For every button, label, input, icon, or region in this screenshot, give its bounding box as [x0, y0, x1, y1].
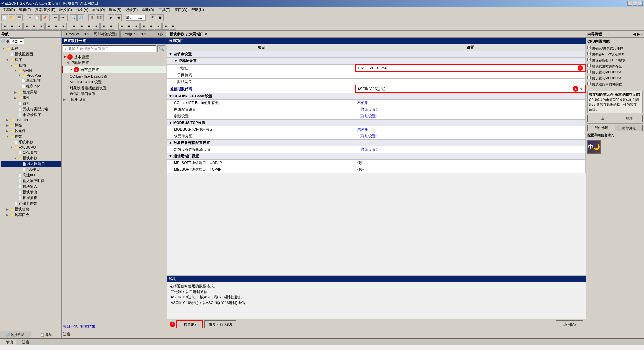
checkbox-3[interactable]	[587, 58, 591, 61]
checkbox-5[interactable]	[587, 70, 591, 73]
connect-tab[interactable]: 🔗 连接目标	[0, 331, 31, 338]
tree-item-program[interactable]: ▼ 📁 程序	[1, 57, 61, 63]
st-self-node[interactable]: ✔ 2 自节点设置	[62, 66, 166, 73]
tab-progpou-label[interactable]: ProgPou [PRG] [周部标签设置]	[63, 31, 120, 37]
tree-item-project[interactable]: ▼ 📁 工程	[1, 46, 61, 51]
tb2-btn3[interactable]: ■	[16, 23, 23, 30]
menu-tools[interactable]: 工具(T)	[156, 7, 172, 13]
menu-online[interactable]: 在线(O)	[90, 7, 107, 13]
st-device-connect[interactable]: 对象设备连接配置设置	[62, 85, 166, 91]
close-btn[interactable]: ×	[638, 1, 643, 6]
tb2-btn11[interactable]: ■	[78, 23, 85, 30]
tree-item-module-config[interactable]: 📄 模块配置图	[1, 51, 61, 57]
tb2-btn18[interactable]: ■	[133, 23, 140, 30]
tb-replace[interactable]: 🔄	[77, 14, 84, 21]
checkbox-1[interactable]	[587, 46, 591, 49]
tree-item-fbfun[interactable]: ▶ 📁 FB/FUN	[1, 118, 61, 122]
tb2-btn4[interactable]: ■	[23, 23, 30, 30]
progress-tab[interactable]: □ 进度	[16, 339, 33, 345]
menu-convert[interactable]: 转换(C)	[57, 7, 74, 13]
tree-item-devices[interactable]: ▶ 📁 软元件	[1, 128, 61, 134]
tb2-btn17[interactable]: ■	[126, 23, 132, 30]
checkbox-7[interactable]	[587, 82, 591, 85]
maximize-btn[interactable]: □	[633, 1, 637, 6]
menu-search[interactable]: 搜索/替换(F)	[33, 7, 57, 13]
tb-compile[interactable]: ⚙	[88, 14, 95, 21]
tb2-btn1[interactable]: ■	[1, 23, 8, 30]
tree-item-scan[interactable]: ▼ 📁 扫描	[1, 63, 61, 68]
tb2-btn12[interactable]: ■	[86, 23, 92, 30]
st-ip-settings[interactable]: ▼ IP地址设置	[62, 60, 166, 66]
tb2-btn6[interactable]: ■	[38, 23, 45, 30]
apply-btn[interactable]: 应用(A)	[556, 320, 583, 328]
nav-icon2[interactable]: ⚙	[6, 39, 9, 44]
tb-redo[interactable]: ↪	[59, 14, 66, 21]
st-app-settings[interactable]: ▶ 应用设置	[62, 97, 166, 102]
tb2-btn20[interactable]: ■	[148, 23, 154, 30]
tb2-btn9[interactable]: ■	[60, 23, 67, 30]
tree-item-unregistered[interactable]: 📄 未登录程序	[1, 112, 61, 118]
tree-item-fixed-period[interactable]: ▶ 📁 恒定周期	[1, 89, 61, 95]
select-btn[interactable]: 一选	[587, 115, 614, 122]
tree-item-module-info[interactable]: ▶ 📁 模块信息	[1, 206, 61, 212]
st-modbus[interactable]: MODBUS/TCP设置	[62, 79, 166, 85]
tb2-btn23[interactable]: ■	[170, 23, 176, 30]
dropdown-arrow[interactable]: ▼	[580, 87, 583, 91]
menu-project[interactable]: 工程(P)	[1, 7, 17, 13]
item-list-link[interactable]: 项目一览	[63, 324, 78, 329]
tb2-btn5[interactable]: ■	[31, 23, 37, 30]
tb2-btn16[interactable]: ■	[118, 23, 125, 30]
guide-nav-tab[interactable]: 📋 导航	[31, 331, 62, 338]
restore-btn[interactable]: 恢复为默认(U)	[204, 320, 236, 328]
tree-item-ext-board[interactable]: 📄 扩展插板	[1, 195, 61, 201]
tree-item-cpu-params[interactable]: 📄 CPU参数	[1, 150, 61, 155]
tree-item-main[interactable]: ▼ 📁 MAIN	[1, 68, 61, 73]
tree-item-no-exec[interactable]: 📄 无执行类型指定	[1, 106, 61, 112]
tb-write[interactable]: ▶	[108, 14, 114, 21]
st-basic-settings[interactable]: ▼ 1 基本设置	[62, 54, 166, 60]
guide-controls[interactable]: ◀ ▶ ×	[633, 32, 643, 36]
menu-diag[interactable]: 诊断(D)	[140, 7, 156, 13]
nav-filter-dropdown[interactable]: 全部	[10, 38, 24, 44]
tree-item-module-params[interactable]: ▼ 📁 模块参数	[1, 155, 61, 161]
checkbox-2[interactable]	[587, 52, 591, 55]
tree-item-sys-params[interactable]: 📄 系统参数	[1, 139, 61, 145]
tree-item-program-body[interactable]: 📄 程序本体	[1, 83, 61, 89]
tree-item-ethernet[interactable]: 📄 以太网端口	[1, 161, 61, 167]
tb-monitor[interactable]: 👁	[150, 14, 156, 21]
tree-item-input-response[interactable]: 📄 输入响应时间	[1, 178, 61, 184]
tree-item-event[interactable]: ▶ 📁 事件	[1, 95, 61, 101]
output-tab[interactable]: □ 输出	[0, 339, 16, 345]
parts-select-tab[interactable]: 部件选择	[587, 125, 615, 131]
tree-item-local-label[interactable]: 📄 局部标签	[1, 78, 61, 83]
checkbox-4[interactable]	[587, 64, 591, 67]
check-btn[interactable]: 检查(K)	[176, 320, 203, 328]
tb-open[interactable]: 📂	[9, 14, 15, 21]
nav-icon1[interactable]: 🔗	[1, 39, 5, 44]
tb-cut[interactable]: ✂	[27, 14, 33, 21]
tb-save[interactable]: 💾	[16, 14, 23, 21]
menu-view[interactable]: 视图(V)	[74, 7, 91, 13]
tb-compile-all[interactable]: ⚙⚙	[96, 14, 104, 21]
guide-flow-tab[interactable]: 向导流程	[615, 125, 643, 131]
tree-item-module-output[interactable]: 📄 模块输出	[1, 189, 61, 195]
tb-copy[interactable]: 📋	[34, 14, 41, 21]
menu-help[interactable]: 帮助(H)	[189, 7, 206, 13]
menu-window[interactable]: 窗口(W)	[172, 7, 190, 13]
tb-new[interactable]: 📄	[1, 14, 8, 21]
st-comm-port[interactable]: 通信用端口设置	[62, 91, 166, 97]
zoom-input[interactable]	[126, 15, 146, 21]
tree-item-params[interactable]: ▼ 📁 参数	[1, 134, 61, 139]
tb2-btn15[interactable]: ■	[108, 23, 114, 30]
tree-item-485[interactable]: 📄 485串口	[1, 167, 61, 172]
tree-item-highspeed-io[interactable]: 📄 高速I/O	[1, 172, 61, 178]
menu-record[interactable]: 记录(R)	[123, 7, 140, 13]
tb-undo[interactable]: ↩	[52, 14, 59, 21]
tree-item-storage-params[interactable]: 📄 存储卡参数	[1, 201, 61, 206]
settings-search-input[interactable]	[63, 45, 156, 52]
tb2-btn10[interactable]: ■	[71, 23, 77, 30]
tab-module-params[interactable]: 模块参数 以太网端口 ×	[167, 31, 210, 37]
search-btn[interactable]: 🔍	[157, 45, 165, 52]
tree-item-labels[interactable]: ▶ 📁 标签	[1, 122, 61, 128]
menu-debug[interactable]: 调试(B)	[107, 7, 123, 13]
